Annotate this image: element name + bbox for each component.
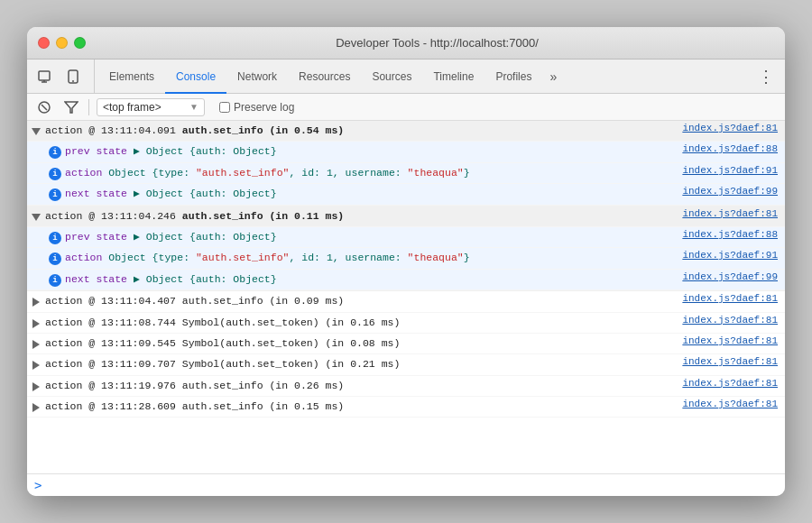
log-row[interactable]: action @ 13:11:04.407 auth.set_info (in … bbox=[27, 291, 785, 312]
console-input-row: > bbox=[27, 473, 785, 496]
expand-toggle[interactable] bbox=[31, 124, 45, 139]
log-row: i prev state ▶ Object {auth: Object} ind… bbox=[27, 142, 785, 162]
log-link[interactable]: index.js?daef:88 bbox=[682, 229, 778, 240]
log-text: prev state ▶ Object {auth: Object} bbox=[65, 143, 675, 160]
log-text: action @ 13:11:04.407 auth.set_info (in … bbox=[45, 293, 675, 309]
svg-line-6 bbox=[42, 105, 47, 110]
close-button[interactable] bbox=[38, 37, 50, 49]
log-text: action Object {type: "auth.set_info", id… bbox=[65, 250, 675, 266]
toolbar-menu-button[interactable]: ⋮ bbox=[752, 60, 780, 93]
log-row: i next state ▶ Object {auth: Object} ind… bbox=[27, 270, 785, 290]
log-text: action @ 13:11:08.744 Symbol(auth.set_to… bbox=[45, 315, 675, 331]
log-link[interactable]: index.js?daef:81 bbox=[682, 293, 778, 304]
tab-elements[interactable]: Elements bbox=[98, 60, 165, 94]
frame-dropdown-icon: ▼ bbox=[189, 102, 198, 112]
toolbar-icons bbox=[32, 60, 95, 93]
svg-marker-7 bbox=[65, 102, 78, 113]
expand-toggle[interactable] bbox=[31, 358, 45, 372]
inspect-icon[interactable] bbox=[32, 65, 56, 88]
log-row[interactable]: action @ 13:11:09.545 Symbol(auth.set_to… bbox=[27, 334, 785, 354]
frame-selector[interactable]: <top frame> ▼ bbox=[97, 98, 205, 116]
info-icon: i bbox=[49, 232, 61, 244]
log-group-1: action @ 13:11:04.091 auth.set_info (in … bbox=[27, 121, 785, 206]
tab-sources[interactable]: Sources bbox=[361, 60, 422, 94]
log-link[interactable]: index.js?daef:81 bbox=[682, 123, 778, 133]
log-text: prev state ▶ Object {auth: Object} bbox=[65, 229, 675, 245]
tab-timeline[interactable]: Timeline bbox=[422, 60, 484, 94]
log-text: action Object {type: "auth.set_info", id… bbox=[65, 165, 675, 181]
log-row[interactable]: action @ 13:11:04.246 auth.set_info (in … bbox=[27, 206, 785, 227]
tab-bar: Elements Console Network Resources Sourc… bbox=[27, 60, 785, 94]
log-text: action @ 13:11:19.976 auth.set_info (in … bbox=[45, 378, 675, 394]
preserve-log-label[interactable]: Preserve log bbox=[219, 101, 294, 114]
console-toolbar: <top frame> ▼ Preserve log bbox=[27, 94, 785, 121]
log-row[interactable]: action @ 13:11:28.609 auth.set_info (in … bbox=[27, 397, 785, 417]
log-link[interactable]: index.js?daef:91 bbox=[682, 165, 778, 176]
log-row: i action Object {type: "auth.set_info", … bbox=[27, 163, 785, 184]
svg-rect-0 bbox=[39, 71, 50, 80]
more-tabs-button[interactable]: » bbox=[542, 60, 564, 93]
log-row[interactable]: action @ 13:11:08.744 Symbol(auth.set_to… bbox=[27, 313, 785, 334]
log-row: i next state ▶ Object {auth: Object} ind… bbox=[27, 184, 785, 205]
clear-console-button[interactable] bbox=[34, 97, 54, 117]
log-link[interactable]: index.js?daef:91 bbox=[682, 250, 778, 261]
log-text: action @ 13:11:09.545 Symbol(auth.set_to… bbox=[45, 335, 675, 352]
minimize-button[interactable] bbox=[56, 37, 68, 49]
log-text: action @ 13:11:28.609 auth.set_info (in … bbox=[45, 399, 675, 415]
tab-network[interactable]: Network bbox=[226, 60, 288, 94]
expand-toggle[interactable] bbox=[31, 337, 45, 352]
log-row: i action Object {type: "auth.set_info", … bbox=[27, 248, 785, 269]
info-icon: i bbox=[49, 188, 61, 201]
svg-point-4 bbox=[72, 80, 74, 82]
log-link[interactable]: index.js?daef:88 bbox=[682, 143, 778, 154]
log-link[interactable]: index.js?daef:81 bbox=[682, 315, 778, 326]
preserve-log-checkbox[interactable] bbox=[219, 102, 230, 113]
log-text: next state ▶ Object {auth: Object} bbox=[65, 271, 675, 288]
log-link[interactable]: index.js?daef:99 bbox=[682, 186, 778, 197]
filter-button[interactable] bbox=[61, 97, 81, 117]
console-output[interactable]: action @ 13:11:04.091 auth.set_info (in … bbox=[27, 121, 785, 473]
console-prompt-icon: > bbox=[34, 478, 42, 492]
devtools-window: Developer Tools - http://localhost:7000/… bbox=[27, 27, 785, 496]
log-text: next state ▶ Object {auth: Object} bbox=[65, 186, 675, 202]
expand-toggle[interactable] bbox=[31, 400, 45, 415]
log-row[interactable]: action @ 13:11:19.976 auth.set_info (in … bbox=[27, 376, 785, 397]
log-group-2: action @ 13:11:04.246 auth.set_info (in … bbox=[27, 206, 785, 292]
expand-toggle[interactable] bbox=[31, 317, 45, 331]
expand-toggle[interactable] bbox=[31, 380, 45, 394]
tab-resources[interactable]: Resources bbox=[288, 60, 361, 94]
title-bar: Developer Tools - http://localhost:7000/ bbox=[27, 27, 785, 60]
log-text: action @ 13:11:04.091 auth.set_info (in … bbox=[45, 123, 675, 139]
expand-toggle[interactable] bbox=[31, 210, 45, 225]
log-link[interactable]: index.js?daef:81 bbox=[682, 208, 778, 219]
mobile-icon[interactable] bbox=[61, 65, 85, 88]
separator bbox=[88, 99, 89, 115]
log-link[interactable]: index.js?daef:81 bbox=[682, 335, 778, 346]
log-text: action @ 13:11:09.707 Symbol(auth.set_to… bbox=[45, 356, 675, 372]
log-link[interactable]: index.js?daef:99 bbox=[682, 271, 778, 282]
tab-console[interactable]: Console bbox=[165, 60, 226, 94]
tab-profiles[interactable]: Profiles bbox=[484, 60, 542, 94]
window-title: Developer Tools - http://localhost:7000/ bbox=[100, 36, 774, 50]
info-icon: i bbox=[49, 252, 61, 265]
log-row[interactable]: action @ 13:11:04.091 auth.set_info (in … bbox=[27, 121, 785, 142]
traffic-lights bbox=[38, 37, 86, 49]
log-row: i prev state ▶ Object {auth: Object} ind… bbox=[27, 227, 785, 248]
info-icon: i bbox=[49, 146, 61, 159]
log-text: action @ 13:11:04.246 auth.set_info (in … bbox=[45, 208, 675, 225]
log-row[interactable]: action @ 13:11:09.707 Symbol(auth.set_to… bbox=[27, 354, 785, 375]
console-input[interactable] bbox=[47, 479, 778, 491]
log-link[interactable]: index.js?daef:81 bbox=[682, 378, 778, 389]
info-icon: i bbox=[49, 168, 61, 180]
log-link[interactable]: index.js?daef:81 bbox=[682, 399, 778, 409]
maximize-button[interactable] bbox=[74, 37, 86, 49]
expand-toggle[interactable] bbox=[31, 295, 45, 309]
info-icon: i bbox=[49, 274, 61, 287]
log-link[interactable]: index.js?daef:81 bbox=[682, 356, 778, 367]
